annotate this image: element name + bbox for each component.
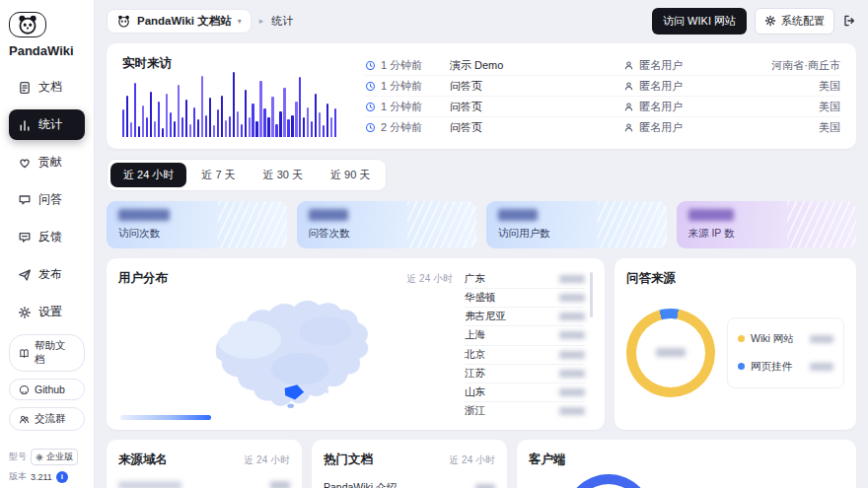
edition-badge: 企业版 (31, 449, 78, 465)
filter-tab[interactable]: 近 90 天 (318, 163, 383, 187)
edition-label: 企业版 (46, 451, 73, 463)
realtime-bar (233, 72, 235, 137)
site-selector[interactable]: PandaWiki 文档站 ▾ (107, 9, 252, 34)
sidebar-item-publish[interactable]: 发布 (9, 259, 85, 290)
realtime-bar (237, 111, 239, 137)
visit-wiki-button[interactable]: 访问 WIKI 网站 (652, 8, 747, 35)
user-icon (623, 81, 634, 92)
region-name: 上海 (465, 328, 485, 342)
scrollbar-thumb[interactable] (590, 272, 593, 317)
legend-label: Wiki 网站 (751, 332, 794, 346)
hot-doc-row: PandaWiki 介绍 (324, 481, 495, 488)
group-icon (19, 414, 30, 425)
source-domain-card: 来源域名 近 24 小时 (107, 440, 302, 488)
app-logo[interactable] (9, 12, 46, 37)
sidebar-item-label: 贡献 (38, 154, 62, 171)
stat-value-redacted (309, 209, 348, 221)
qa-source-title: 问答来源 (626, 270, 844, 287)
logout-icon[interactable] (842, 14, 856, 28)
realtime-bar (201, 76, 203, 137)
stats-icon (18, 118, 32, 132)
realtime-bar (334, 108, 336, 137)
time-range-tabs: 近 24 小时近 7 天近 30 天近 90 天 (107, 159, 387, 191)
doc-icon (18, 81, 32, 95)
region-row: 山东 (465, 383, 585, 402)
realtime-bar (213, 125, 215, 137)
realtime-visits-card: 实时来访 1 分钟前演示 Demo匿名用户河南省·商丘市1 分钟前问答页匿名用户… (107, 43, 856, 149)
system-config-label: 系统配置 (781, 14, 825, 29)
sidebar-item-settings[interactable]: 设置 (9, 297, 85, 327)
visit-user: 匿名用户 (623, 100, 714, 114)
realtime-bar (209, 98, 211, 137)
region-ranking-list[interactable]: 广东华盛顿弗吉尼亚上海北京江苏山东浙江 (465, 270, 593, 420)
domain-count-redacted (270, 481, 290, 488)
realtime-bar (185, 100, 187, 137)
panda-logo-icon (16, 13, 39, 36)
region-name: 弗吉尼亚 (465, 310, 506, 323)
gear-icon (764, 15, 776, 27)
realtime-bar (315, 94, 317, 137)
china-map[interactable] (118, 289, 453, 411)
visit-page[interactable]: 问答页 (450, 100, 623, 114)
visit-page[interactable]: 演示 Demo (450, 58, 623, 73)
region-row: 北京 (465, 346, 585, 365)
realtime-bar (229, 116, 231, 137)
visit-page[interactable]: 问答页 (450, 120, 623, 135)
realtime-bar (193, 107, 195, 137)
realtime-bar (295, 102, 297, 137)
site-selector-label: PandaWiki 文档站 (137, 14, 232, 29)
realtime-bar (271, 97, 273, 137)
sidebar-button-help[interactable]: 帮助文档 (9, 334, 85, 372)
sidebar-item-feedback[interactable]: 反馈 (9, 222, 85, 252)
stat-label: 访问次数 (118, 227, 275, 241)
model-label: 型号 (9, 451, 27, 463)
system-config-button[interactable]: 系统配置 (755, 8, 834, 35)
version-info-icon[interactable]: i (56, 471, 68, 483)
filter-tab[interactable]: 近 30 天 (251, 163, 316, 187)
domain-name-redacted (118, 481, 181, 488)
realtime-bar-chart[interactable] (122, 72, 347, 137)
sidebar-item-stats[interactable]: 统计 (9, 109, 85, 140)
filter-tab[interactable]: 近 24 小时 (110, 163, 186, 187)
realtime-title: 实时来访 (122, 55, 347, 72)
sidebar-button-github[interactable]: Github (9, 379, 85, 400)
realtime-bar (259, 81, 261, 137)
region-name: 华盛顿 (465, 291, 496, 305)
realtime-visit-list: 1 分钟前演示 Demo匿名用户河南省·商丘市1 分钟前问答页匿名用户美国1 分… (365, 55, 840, 137)
stat-value-redacted (498, 209, 538, 221)
realtime-bar (291, 115, 293, 137)
hot-doc-count-redacted (475, 484, 495, 488)
sidebar-item-doc[interactable]: 文档 (9, 72, 85, 103)
region-value-redacted (559, 351, 585, 359)
region-value-redacted (559, 331, 585, 339)
clock-icon (365, 60, 376, 71)
realtime-bar (263, 108, 265, 137)
breadcrumb-current: 统计 (271, 14, 293, 29)
hot-doc-label[interactable]: PandaWiki 介绍 (324, 481, 397, 488)
source-domain-period: 近 24 小时 (244, 453, 290, 467)
realtime-bar (154, 121, 156, 137)
realtime-bar (142, 105, 144, 137)
realtime-bar (158, 102, 160, 137)
stat-value-redacted (688, 209, 734, 221)
visit-location: 美国 (714, 100, 840, 114)
clients-donut-chart[interactable] (564, 474, 653, 488)
realtime-bar (162, 128, 164, 137)
realtime-bar (299, 77, 301, 137)
sidebar-item-qa[interactable]: 问答 (9, 184, 85, 215)
filter-tab[interactable]: 近 7 天 (188, 163, 248, 187)
hot-docs-period: 近 24 小时 (449, 453, 495, 467)
qa-source-donut-chart[interactable] (626, 309, 715, 397)
sidebar-button-label: Github (35, 383, 65, 395)
user-distribution-title: 用户分布 (118, 270, 168, 287)
sidebar-button-group[interactable]: 交流群 (9, 407, 85, 431)
realtime-bar (181, 117, 183, 137)
visit-page[interactable]: 问答页 (450, 79, 623, 94)
visit-location: 河南省·商丘市 (714, 58, 840, 73)
feedback-icon (18, 231, 32, 244)
sidebar-item-contrib[interactable]: 贡献 (9, 147, 85, 177)
qa-icon (18, 193, 32, 207)
main-content: 实时来访 1 分钟前演示 Demo匿名用户河南省·商丘市1 分钟前问答页匿名用户… (95, 35, 868, 488)
realtime-bar (166, 94, 168, 137)
contrib-icon (18, 156, 32, 170)
